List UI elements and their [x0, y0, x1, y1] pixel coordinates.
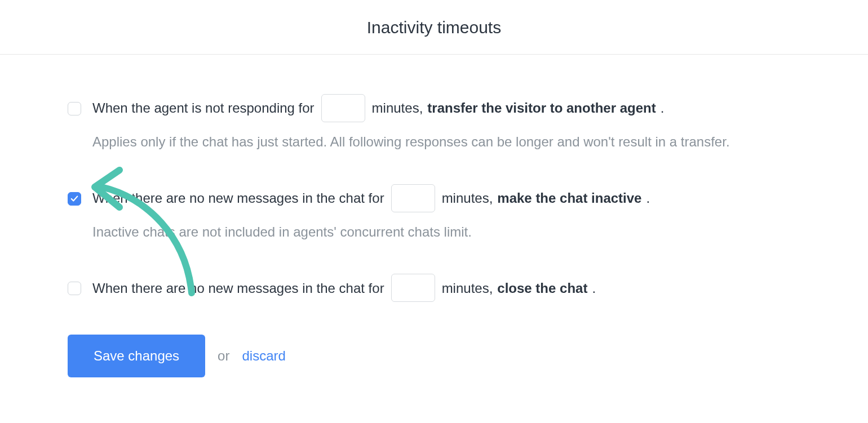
- discard-link[interactable]: discard: [242, 348, 285, 364]
- option-inactive-pre: When there are no new messages in the ch…: [92, 189, 384, 207]
- option-inactive-text: When there are no new messages in the ch…: [92, 184, 650, 212]
- option-inactive: When there are no new messages in the ch…: [68, 184, 800, 242]
- option-close-row: When there are no new messages in the ch…: [68, 274, 800, 302]
- option-transfer-minutes-input[interactable]: [321, 94, 365, 122]
- option-transfer-punct: .: [661, 99, 665, 117]
- option-inactive-punct: .: [646, 189, 650, 207]
- option-close-minutes-input[interactable]: [391, 274, 435, 302]
- checkmark-icon: [70, 195, 78, 203]
- page-header: Inactivity timeouts: [0, 0, 868, 55]
- option-inactive-row: When there are no new messages in the ch…: [68, 184, 800, 212]
- save-button[interactable]: Save changes: [68, 335, 205, 377]
- form-actions: Save changes or discard: [68, 335, 800, 377]
- option-transfer-desc: Applies only if the chat has just starte…: [92, 132, 800, 152]
- option-inactive-checkbox[interactable]: [68, 192, 81, 206]
- option-close-punct: .: [592, 279, 596, 297]
- option-transfer: When the agent is not responding for min…: [68, 94, 800, 152]
- option-transfer-checkbox[interactable]: [68, 102, 81, 115]
- page-title: Inactivity timeouts: [0, 18, 868, 37]
- option-inactive-mid: minutes,: [442, 189, 493, 207]
- option-transfer-row: When the agent is not responding for min…: [68, 94, 800, 122]
- option-inactive-minutes-input[interactable]: [391, 184, 435, 212]
- option-close-action: close the chat: [497, 279, 587, 297]
- option-close-text: When there are no new messages in the ch…: [92, 274, 596, 302]
- option-close: When there are no new messages in the ch…: [68, 274, 800, 302]
- option-transfer-mid: minutes,: [372, 99, 423, 117]
- option-close-mid: minutes,: [442, 279, 493, 297]
- option-transfer-action: transfer the visitor to another agent: [427, 99, 656, 117]
- option-inactive-action: make the chat inactive: [497, 189, 641, 207]
- option-transfer-pre: When the agent is not responding for: [92, 99, 315, 117]
- option-transfer-text: When the agent is not responding for min…: [92, 94, 664, 122]
- or-text: or: [218, 348, 229, 364]
- option-close-pre: When there are no new messages in the ch…: [92, 279, 384, 297]
- settings-content: When the agent is not responding for min…: [0, 55, 868, 377]
- option-close-checkbox[interactable]: [68, 282, 81, 295]
- option-inactive-desc: Inactive chats are not included in agent…: [92, 222, 800, 242]
